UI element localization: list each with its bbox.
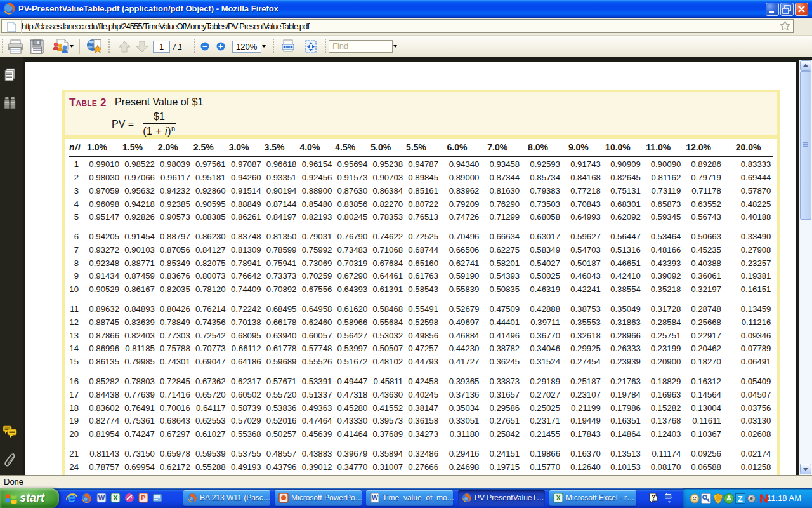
svg-text:?: ? — [652, 494, 655, 501]
svg-text:W: W — [372, 495, 378, 502]
svg-text:Z: Z — [738, 494, 742, 503]
svg-text:P: P — [141, 494, 145, 502]
svg-text:W: W — [98, 494, 105, 502]
svg-text:av: av — [755, 498, 757, 502]
svg-text:X: X — [113, 494, 118, 502]
svg-text:X: X — [556, 495, 561, 502]
